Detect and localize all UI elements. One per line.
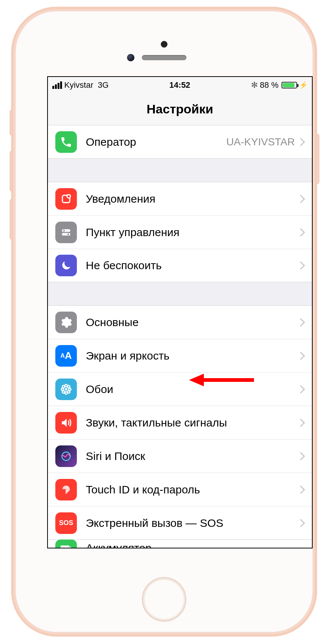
navbar: Настройки (48, 93, 312, 125)
row-carrier[interactable]: Оператор UA-KYIVSTAR (48, 125, 312, 159)
flower-icon (55, 379, 77, 400)
chevron-right-icon (297, 351, 305, 360)
svg-point-9 (61, 388, 64, 390)
chevron-right-icon (297, 261, 305, 270)
row-label: Экран и яркость (86, 350, 298, 362)
row-general[interactable]: Основные (48, 305, 312, 339)
row-do-not-disturb[interactable]: Не беспокоить (48, 249, 312, 282)
svg-rect-3 (62, 233, 71, 235)
carrier-label: Kyivstar (64, 80, 93, 90)
siri-icon (55, 445, 77, 467)
power-button (314, 134, 319, 184)
row-label: Пункт управления (86, 226, 298, 239)
row-wallpaper[interactable]: Обои (48, 372, 312, 406)
row-display[interactable]: AA Экран и яркость (48, 339, 312, 372)
row-label: Основные (86, 316, 298, 329)
moon-icon (55, 255, 77, 276)
network-label: 3G (98, 80, 108, 90)
chevron-right-icon (297, 418, 305, 427)
status-bar: Kyivstar 3G 14:52 ✻ 88 % ⚡ (48, 77, 312, 93)
battery-icon (55, 540, 77, 548)
svg-point-8 (65, 392, 68, 394)
phone-icon (55, 131, 77, 153)
svg-point-4 (63, 229, 65, 231)
row-label: Touch ID и код-пароль (86, 483, 298, 496)
svg-point-6 (65, 388, 67, 390)
svg-point-10 (69, 388, 71, 390)
front-camera-dot (161, 41, 167, 48)
chevron-right-icon (297, 318, 305, 326)
volume-down-button (10, 199, 15, 240)
chevron-right-icon (297, 138, 305, 146)
speaker-slot (142, 55, 186, 60)
sos-icon: SOS (55, 512, 77, 534)
mute-switch (10, 110, 15, 136)
text-size-icon: AA (55, 345, 77, 367)
front-camera (127, 54, 134, 61)
row-battery[interactable]: Аккумулятор (48, 540, 312, 548)
row-label: Siri и Поиск (86, 450, 298, 463)
chevron-right-icon (297, 385, 305, 393)
clock: 14:52 (169, 80, 190, 90)
svg-rect-16 (61, 545, 69, 548)
battery-percent: 88 % (260, 80, 278, 90)
row-label: Обои (86, 383, 298, 396)
speaker-icon (55, 412, 77, 434)
row-sounds[interactable]: Звуки, тактильные сигналы (48, 406, 312, 439)
battery-icon (281, 82, 297, 88)
row-emergency-sos[interactable]: SOS Экстренный вызов — SOS (48, 506, 312, 540)
row-detail: UA-KYIVSTAR (226, 136, 295, 148)
phone-body: Kyivstar 3G 14:52 ✻ 88 % ⚡ Настройки Опе… (16, 11, 313, 632)
chevron-right-icon (297, 485, 305, 494)
svg-point-12 (68, 385, 70, 388)
row-label: Звуки, тактильные сигналы (86, 416, 298, 429)
home-button[interactable] (142, 577, 186, 622)
row-touch-id[interactable]: Touch ID и код-пароль (48, 473, 312, 506)
svg-rect-17 (70, 547, 71, 548)
svg-point-14 (68, 390, 70, 393)
charging-icon: ⚡ (299, 81, 307, 89)
svg-point-7 (65, 384, 68, 387)
chevron-right-icon (297, 228, 305, 236)
volume-up-button (10, 151, 15, 191)
notification-icon (55, 188, 77, 210)
row-control-center[interactable]: Пункт управления (48, 215, 312, 249)
row-notifications[interactable]: Уведомления (48, 182, 312, 215)
svg-point-13 (62, 390, 65, 393)
row-label: Экстренный вызов — SOS (86, 517, 298, 529)
screen: Kyivstar 3G 14:52 ✻ 88 % ⚡ Настройки Опе… (47, 76, 313, 548)
page-title: Настройки (147, 102, 213, 116)
svg-point-5 (67, 233, 69, 235)
gear-icon (55, 312, 77, 333)
row-label: Уведомления (86, 193, 298, 205)
row-label: Аккумулятор (86, 542, 152, 548)
chevron-right-icon (297, 452, 305, 460)
row-label: Не беспокоить (86, 259, 298, 272)
toggles-icon (55, 222, 77, 243)
row-siri[interactable]: Siri и Поиск (48, 439, 312, 473)
chevron-right-icon (297, 519, 305, 527)
signal-icon (52, 81, 62, 89)
svg-rect-2 (62, 229, 71, 232)
row-label: Оператор (86, 136, 226, 148)
chevron-right-icon (297, 194, 305, 203)
svg-point-11 (62, 385, 65, 388)
svg-point-1 (67, 194, 71, 198)
fingerprint-icon (55, 479, 77, 500)
bluetooth-icon: ✻ (251, 80, 258, 90)
